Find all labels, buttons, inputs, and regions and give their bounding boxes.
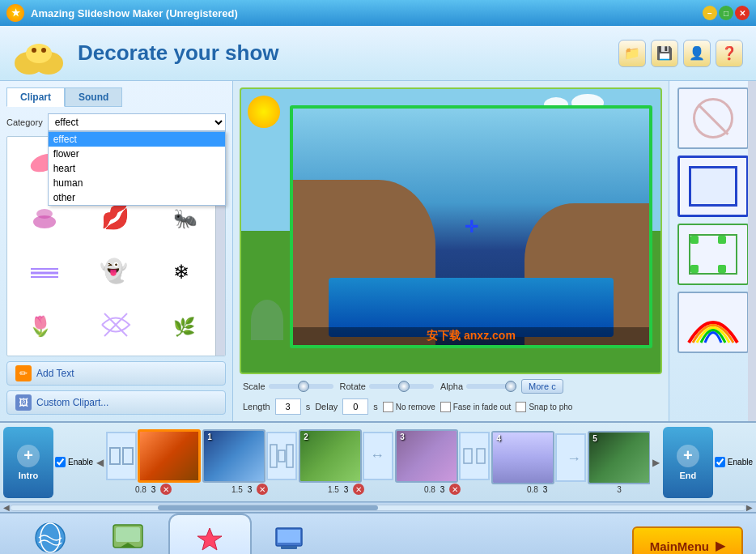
clipart-icon: 🖼 [15,394,32,411]
maximize-button[interactable]: □ [719,6,733,20]
film-item-4: 4 → 0.8 3 [491,431,586,494]
dropdown-item-effect[interactable]: effect [49,132,225,147]
svg-text:→: → [567,450,581,467]
fade-in-checkbox[interactable] [440,402,451,412]
svg-point-9 [36,209,53,219]
nav-item-template[interactable]: Template [87,514,168,554]
film-slide-transition-2[interactable]: ↔ [363,432,393,480]
scroll-arrow-right[interactable]: ▶ [746,503,753,512]
film-slide-transition-1[interactable] [266,432,297,480]
category-select[interactable]: effect flower heart human other [48,113,226,131]
end-plus-icon: + [677,445,699,467]
scale-slider[interactable] [269,384,333,389]
frame-option-none[interactable] [677,87,749,149]
length-row: Length s Delay s No remove Fase in fade … [240,398,662,415]
close-button[interactable]: ✕ [735,6,750,20]
scale-slider-thumb[interactable] [298,381,309,392]
dropdown-item-heart[interactable]: heart [49,161,225,176]
clipart-item[interactable]: ❄ [154,248,222,293]
intro-enable-group: Enable [55,457,93,467]
tab-sound[interactable]: Sound [65,87,122,107]
slide-count-2: 3 [344,485,349,494]
fade-in-label: Fase in fade out [453,403,512,411]
film-slide-1[interactable]: 1 [202,429,265,483]
filmstrip-scroll-left[interactable]: ◀ [95,427,104,498]
user-button[interactable]: 👤 [683,40,711,67]
svg-text:🌷: 🌷 [28,314,53,338]
clipart-item[interactable] [11,248,79,293]
film-item-1-row: 1 [202,429,297,483]
filmstrip-scrollbar: ◀ ▶ [0,502,756,512]
slide-delete-1[interactable]: ✕ [257,484,268,495]
filmstrip-scroll-thumb[interactable] [158,505,378,510]
transition-icon-1 [270,444,294,468]
nav-item-decorate[interactable]: Decorate [168,514,252,554]
frame-option-blue[interactable] [677,156,749,217]
save-button[interactable]: 💾 [651,40,678,67]
app-icon: ★ [6,4,24,22]
dropdown-item-human[interactable]: human [49,176,225,190]
film-slide-0[interactable] [138,429,201,483]
slide-num-1: 1 [207,433,212,441]
intro-block[interactable]: + Intro [3,427,53,498]
delay-input[interactable] [342,398,368,415]
frame-option-rainbow[interactable] [677,292,749,353]
help-button[interactable]: ❓ [716,40,743,67]
dropdown-item-other[interactable]: other [49,190,225,205]
custom-clipart-button[interactable]: 🖼 Custom Clipart... [6,390,226,415]
filmstrip: + Intro Enable ◀ [0,421,756,502]
svg-point-4 [41,48,46,53]
minimize-button[interactable]: − [703,6,717,20]
clipart-item[interactable] [82,302,150,347]
preview-photo-frame[interactable]: ✛ 安下载 anxz.com [290,105,652,348]
alpha-slider-thumb[interactable] [505,381,516,392]
slide-delete-0[interactable]: ✕ [160,484,172,495]
slide-row-4: 0.8 3 [527,485,550,494]
film-slide-2[interactable]: 2 [299,429,362,483]
category-select-wrapper: effect flower heart human other effect f… [48,113,226,131]
main-menu-button[interactable]: MainMenu ▶ [632,526,743,554]
transition-icon-3 [462,444,486,468]
tab-clipart[interactable]: Clipart [6,87,65,107]
intro-label: Intro [19,471,38,480]
dropdown-item-flower[interactable]: flower [49,147,225,161]
slide-delete-3[interactable]: ✕ [449,484,461,495]
filmstrip-scroll-track[interactable] [10,505,746,511]
template-icon [110,520,146,554]
add-text-button[interactable]: ✏ Add Text [6,361,226,386]
film-slide-3[interactable]: 3 [395,429,458,483]
end-block[interactable]: + End [663,427,713,498]
nav-item-publish[interactable]: Publish [252,514,326,554]
scroll-arrow-left[interactable]: ◀ [3,503,10,512]
clipart-item[interactable]: 🌷 [11,302,79,347]
no-remove-checkbox[interactable] [383,402,393,412]
rotate-slider[interactable] [369,384,434,389]
end-enable-checkbox[interactable] [715,457,725,467]
category-dropdown[interactable]: effect flower heart human other [48,131,226,206]
slide-delete-2[interactable]: ✕ [353,484,364,495]
film-slide-transition-3[interactable] [459,432,490,480]
film-slide-4[interactable]: 4 [491,431,554,484]
film-item-0-row [106,429,201,483]
clipart-item[interactable]: 🌿 [154,302,222,347]
intro-enable-checkbox[interactable] [55,457,66,467]
alpha-slider[interactable] [466,384,515,389]
nav-item-photo[interactable]: Photo [13,514,87,554]
slide-row-3: 0.8 3 ✕ [424,484,461,495]
film-slide-transition-4[interactable]: → [555,433,586,482]
right-panel-scrollbar[interactable] [748,81,756,421]
snap-checkbox[interactable] [516,402,526,412]
folder-button[interactable]: 📁 [618,40,646,67]
bottom-nav: Photo Template Decorate [0,512,756,554]
length-input[interactable] [275,398,301,415]
page-title: Decorate your show [78,40,279,66]
filmstrip-scroll-right[interactable]: ▶ [652,427,661,498]
slide-row-1: 1.5 3 ✕ [231,484,268,495]
film-slide-thumb-0[interactable] [106,432,137,480]
film-slide-5[interactable]: 5 [588,431,650,484]
frame-option-green[interactable] [677,224,749,285]
scale-control: Scale [243,381,333,391]
rotate-slider-thumb[interactable] [398,381,410,392]
more-button[interactable]: More c [521,379,563,394]
clipart-item[interactable]: 👻 [82,248,150,293]
